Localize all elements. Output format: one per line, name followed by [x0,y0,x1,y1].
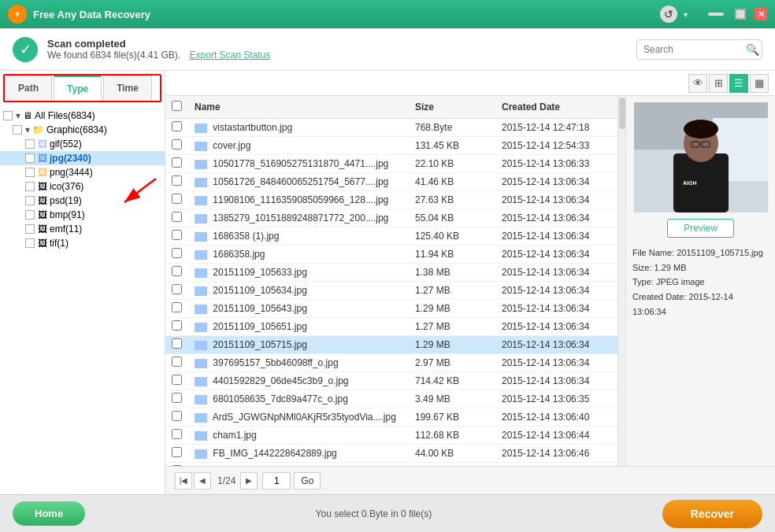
table-row[interactable]: 20151109_105643.jpg 1.29 MB 2015-12-14 1… [165,300,617,318]
row-checkbox[interactable] [172,411,182,421]
tree-item-bmp[interactable]: 🖼 bmp(91) [0,208,165,222]
tree-root-check[interactable] [3,111,13,120]
table-row[interactable]: 4401592829_06de45c3b9_o.jpg 714.42 KB 20… [165,372,617,390]
tree-ico-check[interactable] [25,182,35,191]
page-number-input[interactable] [262,472,291,490]
row-check-cell[interactable] [165,354,188,372]
row-check-cell[interactable] [165,300,188,318]
table-row[interactable]: cover.jpg 131.45 KB 2015-12-14 12:54:33 [165,137,617,155]
row-checkbox[interactable] [172,121,182,131]
table-row[interactable]: 6801058635_7dc89a477c_o.jpg 3.49 MB 2015… [165,390,617,408]
tab-path[interactable]: Path [5,76,52,101]
tab-time[interactable]: Time [103,76,152,101]
tree-item-gif[interactable]: 🖼 gif(552) [0,137,165,151]
table-row[interactable]: 1385279_10151889248871772_200....jpg 55.… [165,209,617,227]
minimize-button[interactable] [708,13,724,16]
refresh-button[interactable]: ↺ [660,6,677,23]
view-list-button[interactable]: ☰ [729,74,748,93]
row-checkbox[interactable] [172,320,182,331]
vertical-scrollbar[interactable] [617,96,625,466]
view-panel-button[interactable]: ▦ [750,74,769,93]
tab-type[interactable]: Type [54,76,102,101]
table-row[interactable]: 20151109_105715.jpg 1.29 MB 2015-12-14 1… [165,336,617,354]
table-row[interactable]: vistastartbutton.jpg 768.Byte 2015-12-14… [165,119,617,137]
tree-emf-check[interactable] [25,224,35,234]
row-checkbox[interactable] [172,157,182,168]
table-row[interactable]: 20151109_105633.jpg 1.38 MB 2015-12-14 1… [165,264,617,282]
tree-gif-check[interactable] [25,139,35,149]
table-row[interactable]: 10501778_516905275131870_4471....jpg 22.… [165,155,617,173]
row-checkbox[interactable] [172,175,182,186]
row-checkbox[interactable] [172,230,182,240]
row-checkbox[interactable] [172,284,182,294]
table-row[interactable]: 397695157_5bb46098ff_o.jpg 2.97 MB 2015-… [165,354,617,372]
search-input[interactable] [643,44,746,55]
page-next-button[interactable]: ▶ [240,472,258,490]
table-row[interactable]: 20151109_105651.jpg 1.27 MB 2015-12-14 1… [165,318,617,336]
col-name[interactable]: Name [188,96,409,119]
tree-graphic-check[interactable] [13,125,22,135]
row-checkbox[interactable] [172,248,182,258]
row-checkbox[interactable] [172,375,182,385]
col-size[interactable]: Size [409,96,495,119]
page-prev-button[interactable]: ◀ [194,472,211,490]
row-checkbox[interactable] [172,139,182,150]
row-check-cell[interactable] [165,445,188,463]
row-check-cell[interactable] [165,427,188,445]
row-check-cell[interactable] [165,191,188,209]
search-box[interactable]: 🔍 [636,39,762,60]
row-check-cell[interactable] [165,336,188,354]
row-check-cell[interactable] [165,390,188,408]
tree-item-ico[interactable]: 🖼 ico(376) [0,179,165,194]
v-scroll-thumb[interactable] [619,98,625,129]
dropdown-button[interactable]: ▾ [684,10,688,19]
table-row[interactable]: 10561726_848460065251754_5677....jpg 41.… [165,173,617,191]
maximize-button[interactable] [735,9,746,20]
view-grid-button[interactable]: ⊞ [709,74,728,93]
table-row[interactable]: FB_IMG_1442228642889.jpg 44.00 KB 2015-1… [165,445,617,463]
tree-bmp-check[interactable] [25,210,35,220]
tree-item-graphic[interactable]: ▾ 📁 Graphic(6834) [0,123,165,137]
row-check-cell[interactable] [165,227,188,246]
row-checkbox[interactable] [172,393,182,403]
tree-psd-check[interactable] [25,196,35,205]
table-row[interactable]: 11908106_1116359085059966_128....jpg 27.… [165,191,617,209]
tree-item-emf[interactable]: 🖼 emf(11) [0,222,165,236]
row-check-cell[interactable] [165,408,188,427]
row-check-cell[interactable] [165,209,188,227]
preview-button[interactable]: Preview [667,219,734,238]
row-checkbox[interactable] [172,194,182,204]
tree-png-check[interactable] [25,168,35,177]
page-go-button[interactable]: Go [294,472,321,490]
col-date[interactable]: Created Date [495,96,617,119]
row-check-cell[interactable] [165,282,188,300]
home-button[interactable]: Home [13,501,85,526]
row-check-cell[interactable] [165,155,188,173]
recover-button[interactable]: Recover [662,500,762,528]
tree-jpg-check[interactable] [25,153,35,163]
row-check-cell[interactable] [165,318,188,336]
tree-tif-check[interactable] [25,238,35,248]
view-eye-button[interactable]: 👁 [688,74,707,93]
row-check-cell[interactable] [165,372,188,390]
close-button[interactable]: ✕ [755,8,767,20]
table-row[interactable]: 1686358.jpg 11.94 KB 2015-12-14 13:06:34 [165,246,617,264]
select-all-checkbox[interactable] [172,101,182,111]
row-check-cell[interactable] [165,246,188,264]
table-row[interactable]: 20151109_105634.jpg 1.27 MB 2015-12-14 1… [165,282,617,300]
tree-item-psd[interactable]: 🖼 psd(19) [0,194,165,208]
tree-item-png[interactable]: 🖼 png(3444) [0,165,165,179]
table-row[interactable]: cham1.jpg 112.68 KB 2015-12-14 13:06:44 [165,427,617,445]
row-check-cell[interactable] [165,137,188,155]
row-checkbox[interactable] [172,266,182,276]
row-check-cell[interactable] [165,119,188,137]
row-checkbox[interactable] [172,338,182,349]
page-first-button[interactable]: |◀ [175,472,192,490]
row-checkbox[interactable] [172,302,182,312]
row-check-cell[interactable] [165,264,188,282]
row-checkbox[interactable] [172,357,182,367]
table-row[interactable]: ArdS_JGWGNpNMl0AKjR5r35tyodVia....jpg 19… [165,408,617,427]
tree-item-tif[interactable]: 🖼 tif(1) [0,236,165,250]
tree-root[interactable]: ▾ 🖥 All Files(6834) [0,109,165,123]
export-scan-link[interactable]: Export Scan Status [190,50,271,61]
